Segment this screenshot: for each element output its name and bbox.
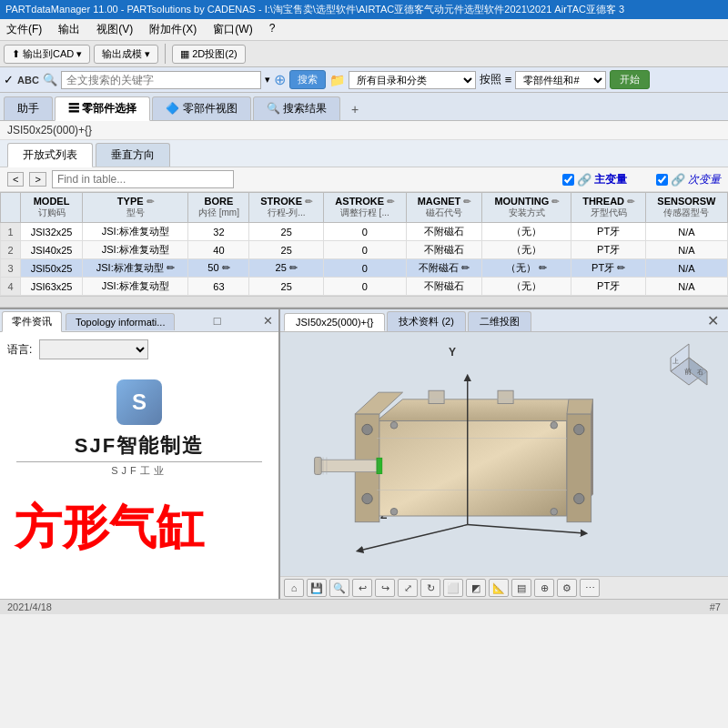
check-icon[interactable]: ✓	[4, 73, 14, 86]
cell-type: JSI:标准复动型	[83, 241, 188, 259]
svg-point-24	[551, 421, 558, 429]
menu-view[interactable]: 视图(V)	[94, 21, 136, 38]
viewer-btn-extra[interactable]: ⋯	[580, 579, 600, 597]
logo-main-text: SJF智能制造	[16, 432, 262, 460]
open-button[interactable]: 开始	[610, 70, 650, 89]
viewer-btn-undo[interactable]: ↩	[352, 579, 372, 597]
viewer-btn-wireframe[interactable]: ⬜	[443, 579, 463, 597]
tab-add-button[interactable]: +	[342, 98, 368, 120]
cube-nav[interactable]: 前 上 右	[657, 339, 721, 403]
viewer-btn-zoom-in[interactable]: 🔍	[329, 579, 349, 597]
product-name-text: 方形气缸	[15, 496, 264, 560]
panel-tab-topology[interactable]: Topology informati...	[66, 313, 175, 330]
add-icon[interactable]: ⊕	[274, 71, 286, 88]
primary-var-label[interactable]: 主变量	[594, 172, 627, 187]
tab-part-view[interactable]: 🔷 零部件视图	[152, 96, 250, 120]
tab-helper[interactable]: 助手	[4, 96, 53, 120]
nav-next-button[interactable]: >	[29, 172, 46, 187]
menu-addons[interactable]: 附加件(X)	[147, 21, 199, 38]
table-row[interactable]: 4JSI63x25JSI:标准复动型63250不附磁石（无）PT牙N/A	[1, 278, 728, 296]
cell-sensor: N/A	[645, 278, 727, 296]
right-panel-close-button[interactable]: ✕	[702, 312, 724, 329]
status-page: #7	[710, 602, 721, 612]
viewer-btn-settings[interactable]: ⚙	[557, 579, 577, 597]
secondary-var-label[interactable]: 次变量	[688, 172, 721, 187]
viewer-btn-rotate[interactable]: ↻	[420, 579, 440, 597]
cell-sensor: N/A	[645, 241, 727, 259]
left-panel-content: 语言: S SJF智能制造 SJF工业 方形气缸	[0, 332, 278, 599]
table-filter-row: < > 🔗 主变量 🔗 次变量	[0, 167, 728, 192]
viewer-btn-shade[interactable]: ◩	[466, 579, 486, 597]
th-row-num	[1, 193, 21, 223]
sort-label: 按照	[480, 72, 501, 87]
secondary-var-checkbox[interactable]	[656, 174, 668, 186]
category-select[interactable]: 所有目录和分类	[349, 71, 476, 89]
search-button[interactable]: 搜索	[289, 70, 326, 89]
cell-row-num: 1	[1, 223, 21, 241]
magnet-edit-icon[interactable]: ✏	[463, 197, 470, 207]
svg-point-5	[362, 424, 372, 434]
viewer-btn-explode[interactable]: ⊕	[534, 579, 554, 597]
svg-rect-0	[377, 421, 567, 517]
primary-var-checkbox[interactable]	[562, 174, 574, 186]
viewer-btn-measure[interactable]: 📐	[489, 579, 509, 597]
viewer-btn-section[interactable]: ▤	[511, 579, 531, 597]
sub-tab-open-list[interactable]: 开放式列表	[7, 143, 93, 167]
right-tab-2d[interactable]: 二维投图	[468, 311, 531, 331]
th-magnet: MAGNET ✏ 磁石代号	[406, 193, 482, 223]
table-row[interactable]: 3JSI50x25JSI:标准复动型 ✏50 ✏25 ✏0不附磁石 ✏（无） ✏…	[1, 259, 728, 278]
table-row[interactable]: 1JSI32x25JSI:标准复动型32250不附磁石（无）PT牙N/A	[1, 223, 728, 241]
cell-type: JSI:标准复动型	[83, 223, 188, 241]
cell-astroke: 0	[323, 278, 406, 296]
sort-select[interactable]: 零部件组和#	[515, 71, 606, 89]
lang-select[interactable]	[39, 339, 148, 359]
th-sensor: SENSORSW 传感器型号	[645, 193, 727, 223]
panel-tab-part-info[interactable]: 零件资讯	[2, 311, 62, 332]
svg-rect-11	[317, 460, 379, 471]
tab-search-results[interactable]: 🔍 搜索结果	[253, 96, 340, 120]
sub-tab-vertical[interactable]: 垂直方向	[96, 143, 170, 167]
right-tab-tech[interactable]: 技术资料 (2)	[387, 311, 466, 331]
dropdown-icon: ▾	[265, 74, 270, 86]
cell-mounting: （无）	[482, 223, 571, 241]
svg-point-25	[551, 508, 558, 515]
menu-help[interactable]: ?	[267, 21, 278, 38]
left-panel: 零件资讯 Topology informati... □ ✕ 语言: S SJF…	[0, 309, 280, 599]
cell-bore: 63	[188, 278, 249, 296]
toolbar: ⬆ 输出到CAD ▾ 输出成模 ▾ ▦ 2D投图(2)	[0, 41, 728, 67]
svg-text:上: 上	[672, 358, 679, 364]
table-filter-input[interactable]	[52, 170, 234, 188]
nav-prev-button[interactable]: <	[7, 172, 24, 187]
thread-edit-icon[interactable]: ✏	[627, 197, 634, 207]
export-cad-button[interactable]: ⬆ 输出到CAD ▾	[4, 45, 90, 64]
astroke-edit-icon[interactable]: ✏	[387, 197, 394, 207]
main-table-container: MODEL 订购码 TYPE ✏ 型号 BORE 内径 [mm] STROKE	[0, 192, 728, 296]
menu-output[interactable]: 输出	[56, 21, 83, 38]
primary-var-check: 🔗 主变量	[562, 172, 627, 187]
dropdown-arrow2-icon: ▾	[145, 48, 150, 60]
viewer-btn-redo[interactable]: ↪	[375, 579, 395, 597]
panel-minimize-button[interactable]: □	[208, 313, 227, 329]
viewer-toolbar: ⌂ 💾 🔍 ↩ ↪ ⤢ ↻ ⬜ ◩ 📐 ▤ ⊕ ⚙ ⋯	[280, 576, 728, 599]
edit-pencil-icon[interactable]: ✏	[147, 197, 154, 207]
table-row[interactable]: 2JSI40x25JSI:标准复动型40250不附磁石（无）PT牙N/A	[1, 241, 728, 259]
right-tab-model[interactable]: JSI50x25(000)+{}	[284, 313, 385, 331]
title-bar: PARTdataManager 11.00 - PARTsolutions by…	[0, 0, 728, 19]
viewer-btn-home[interactable]: ⌂	[284, 579, 304, 597]
cell-stroke: 25	[249, 241, 323, 259]
viewer-btn-save[interactable]: 💾	[307, 579, 327, 597]
export-components-button[interactable]: 输出成模 ▾	[94, 45, 158, 64]
panel-close-button[interactable]: ✕	[258, 313, 278, 329]
viewer-btn-move[interactable]: ⤢	[398, 579, 418, 597]
horizontal-scrollbar[interactable]	[0, 296, 728, 307]
mounting-edit-icon[interactable]: ✏	[551, 197, 559, 207]
tab-part-select[interactable]: ☰ 零部件选择	[55, 96, 150, 121]
view-2d-button[interactable]: ▦ 2D投图(2)	[172, 45, 246, 64]
menu-file[interactable]: 文件(F)	[4, 21, 45, 38]
menu-window[interactable]: 窗口(W)	[210, 21, 255, 38]
search-input[interactable]	[61, 71, 261, 89]
svg-point-22	[390, 421, 398, 429]
3d-model-svg	[308, 350, 653, 576]
stroke-edit-icon[interactable]: ✏	[305, 197, 312, 207]
th-astroke: ASTROKE ✏ 调整行程 [...	[323, 193, 406, 223]
